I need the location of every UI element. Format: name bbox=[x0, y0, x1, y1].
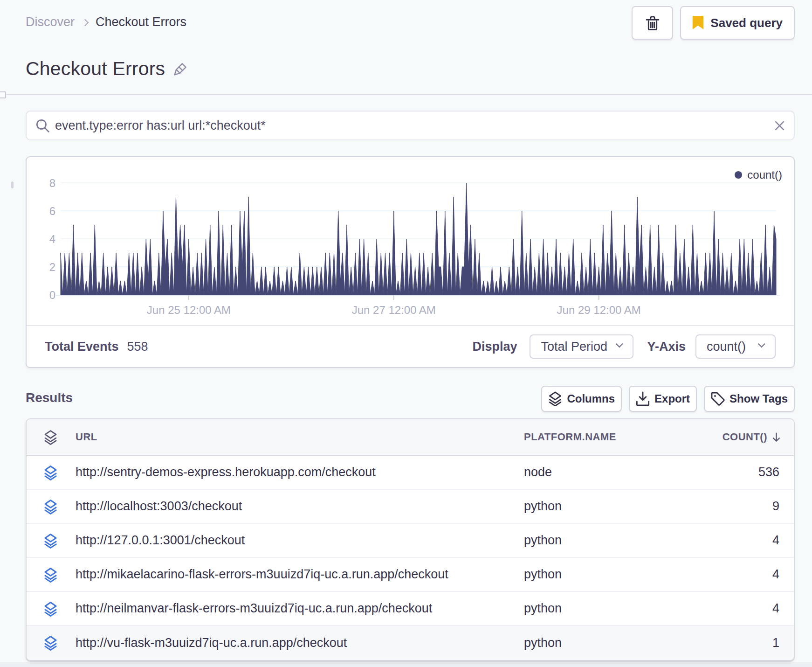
show-tags-button[interactable]: Show Tags bbox=[704, 386, 795, 412]
page-title: Checkout Errors bbox=[26, 58, 187, 80]
table-row[interactable]: http://mikaelacarino-flask-errors-m3uuiz… bbox=[27, 558, 794, 592]
row-platform: python bbox=[524, 533, 562, 548]
row-count: 536 bbox=[758, 465, 779, 479]
display-select[interactable]: Total Period bbox=[530, 334, 633, 359]
export-button[interactable]: Export bbox=[629, 386, 697, 412]
show-tags-label: Show Tags bbox=[729, 392, 788, 405]
trash-icon bbox=[646, 15, 659, 31]
results-actions: Columns Export Show Tags bbox=[541, 386, 795, 412]
bookmark-icon bbox=[692, 16, 704, 30]
svg-text:2: 2 bbox=[49, 261, 55, 273]
sidebar-collapse-handle[interactable] bbox=[0, 91, 6, 98]
header-divider bbox=[0, 94, 812, 95]
stack-icon bbox=[44, 430, 57, 445]
stack-icon bbox=[44, 601, 57, 617]
saved-query-button[interactable]: Saved query bbox=[680, 6, 795, 40]
table-header-row: URL PLATFORM.NAME COUNT() bbox=[27, 419, 794, 456]
column-header-count[interactable]: COUNT() bbox=[723, 431, 781, 443]
total-events-value: 558 bbox=[127, 340, 148, 354]
table-body: http://sentry-demos-express.herokuapp.co… bbox=[27, 456, 794, 660]
results-title: Results bbox=[26, 390, 73, 405]
export-label: Export bbox=[654, 392, 690, 405]
breadcrumb: Discover Checkout Errors bbox=[26, 15, 186, 29]
row-count: 4 bbox=[772, 601, 779, 616]
search-input[interactable] bbox=[55, 118, 774, 133]
table-row[interactable]: http://sentry-demos-express.herokuapp.co… bbox=[27, 456, 794, 490]
row-url[interactable]: http://mikaelacarino-flask-errors-m3uuiz… bbox=[76, 567, 448, 582]
chart-footer: Total Events 558 Display Total Period Y-… bbox=[27, 325, 794, 367]
svg-text:Jun 29 12:00 AM: Jun 29 12:00 AM bbox=[557, 304, 641, 316]
row-count: 4 bbox=[772, 567, 779, 582]
row-url[interactable]: http://sentry-demos-express.herokuapp.co… bbox=[76, 465, 376, 479]
events-area-chart[interactable]: 02468Jun 25 12:00 AMJun 27 12:00 AMJun 2… bbox=[27, 157, 794, 327]
clear-search-icon[interactable] bbox=[774, 120, 785, 131]
chart-panel: count() 02468Jun 25 12:00 AMJun 27 12:00… bbox=[26, 156, 795, 368]
svg-text:Jun 27 12:00 AM: Jun 27 12:00 AM bbox=[352, 304, 436, 316]
chevron-right-icon bbox=[82, 19, 89, 26]
page-title-text: Checkout Errors bbox=[26, 58, 165, 80]
display-value: Total Period bbox=[541, 340, 607, 354]
row-platform: python bbox=[524, 636, 562, 650]
search-icon bbox=[35, 118, 50, 133]
columns-button[interactable]: Columns bbox=[541, 386, 622, 412]
row-url[interactable]: http://vu-flask-m3uuizd7iq-uc.a.run.app/… bbox=[76, 636, 347, 650]
column-header-url[interactable]: URL bbox=[76, 431, 97, 443]
breadcrumb-discover[interactable]: Discover bbox=[26, 15, 75, 29]
stack-icon bbox=[44, 567, 57, 583]
row-platform: python bbox=[524, 601, 562, 616]
pencil-icon[interactable] bbox=[173, 62, 187, 76]
columns-label: Columns bbox=[567, 392, 615, 405]
scroll-indicator bbox=[11, 181, 14, 188]
table-row[interactable]: http://localhost:3003/checkoutpython9 bbox=[27, 490, 794, 524]
svg-text:6: 6 bbox=[49, 205, 55, 217]
column-header-platform[interactable]: PLATFORM.NAME bbox=[524, 431, 616, 443]
chevron-down-icon bbox=[616, 340, 623, 348]
svg-text:8: 8 bbox=[49, 177, 55, 189]
breadcrumb-current: Checkout Errors bbox=[96, 15, 186, 29]
row-url[interactable]: http://neilmanvar-flask-errors-m3uuizd7i… bbox=[76, 601, 432, 616]
tag-icon bbox=[711, 392, 725, 406]
search-bar[interactable] bbox=[26, 111, 795, 140]
row-url[interactable]: http://127.0.0.1:3001/checkout bbox=[76, 533, 245, 548]
row-count: 4 bbox=[772, 533, 779, 548]
row-url[interactable]: http://localhost:3003/checkout bbox=[76, 499, 242, 514]
table-row[interactable]: http://vu-flask-m3uuizd7iq-uc.a.run.app/… bbox=[27, 626, 794, 660]
svg-text:Jun 25 12:00 AM: Jun 25 12:00 AM bbox=[147, 304, 231, 316]
row-count: 9 bbox=[772, 499, 779, 514]
bottom-edge-strip bbox=[0, 662, 812, 667]
stack-icon bbox=[44, 465, 57, 480]
stack-icon bbox=[44, 499, 57, 514]
row-platform: python bbox=[524, 567, 562, 582]
yaxis-label: Y-Axis bbox=[647, 340, 686, 354]
sort-desc-arrow-icon bbox=[771, 432, 781, 443]
row-platform: python bbox=[524, 499, 562, 514]
total-events-label: Total Events bbox=[45, 340, 119, 354]
yaxis-value: count() bbox=[707, 340, 746, 354]
results-header: Results Columns Export bbox=[26, 386, 795, 412]
table-row[interactable]: http://neilmanvar-flask-errors-m3uuizd7i… bbox=[27, 592, 794, 626]
row-platform: node bbox=[524, 465, 552, 479]
yaxis-select[interactable]: count() bbox=[695, 334, 776, 359]
header-actions: Saved query bbox=[632, 6, 795, 40]
stack-icon bbox=[44, 533, 57, 549]
stack-icon bbox=[44, 635, 57, 651]
delete-query-button[interactable] bbox=[632, 6, 673, 40]
svg-text:4: 4 bbox=[49, 233, 55, 245]
chevron-down-icon bbox=[758, 340, 765, 348]
saved-query-label: Saved query bbox=[710, 16, 783, 30]
svg-text:0: 0 bbox=[49, 289, 55, 301]
display-label: Display bbox=[472, 340, 517, 354]
row-count: 1 bbox=[772, 636, 779, 650]
chart-footer-controls: Display Total Period Y-Axis count() bbox=[472, 334, 776, 359]
download-icon bbox=[636, 391, 650, 406]
layers-icon bbox=[548, 391, 562, 406]
results-table: URL PLATFORM.NAME COUNT() http://sentry-… bbox=[26, 418, 795, 661]
table-row[interactable]: http://127.0.0.1:3001/checkoutpython4 bbox=[27, 524, 794, 558]
